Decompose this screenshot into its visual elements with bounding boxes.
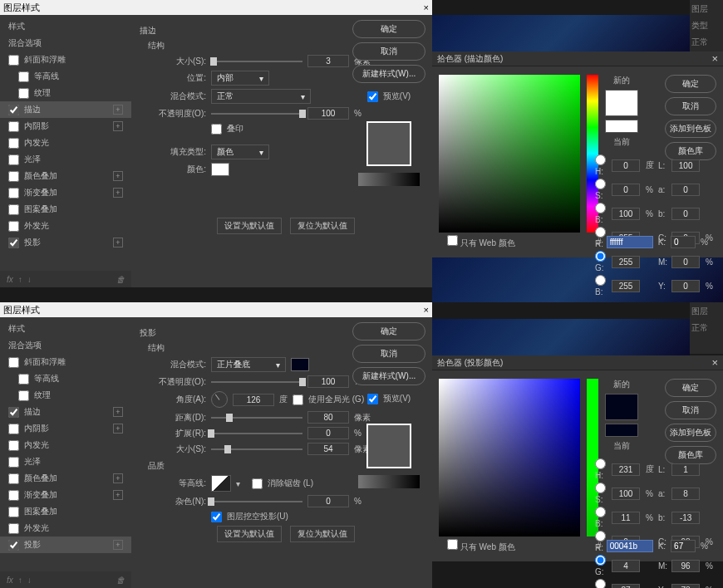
arrow-down-icon[interactable]: ↓ [27, 576, 32, 585]
close-icon[interactable]: × [711, 52, 718, 65]
effect-checkbox[interactable] [8, 105, 19, 115]
add-effect-icon[interactable]: + [113, 121, 123, 131]
distance-input[interactable] [307, 411, 349, 424]
effect-checkbox[interactable] [8, 523, 19, 534]
size-input[interactable] [307, 443, 349, 455]
k-input[interactable] [671, 236, 696, 248]
trash-icon[interactable]: 🗑 [116, 576, 125, 585]
s-radio[interactable] [595, 179, 606, 189]
cancel-button[interactable]: 取消 [665, 97, 716, 115]
antialias-checkbox[interactable] [252, 478, 263, 489]
distance-slider[interactable] [211, 417, 302, 419]
add-effect-icon[interactable]: + [113, 473, 123, 483]
add-effect-icon[interactable]: + [113, 188, 123, 198]
effect-checkbox[interactable] [18, 88, 29, 99]
fx-icon[interactable]: fx [7, 576, 13, 585]
lab-b-input[interactable] [671, 512, 700, 524]
trash-icon[interactable]: 🗑 [116, 275, 125, 284]
effect-checkbox[interactable] [8, 457, 19, 468]
add-swatch-button[interactable]: 添加到色板 [665, 120, 716, 138]
effect-checkbox[interactable] [8, 490, 19, 501]
cancel-button[interactable]: 取消 [665, 401, 716, 419]
effect-checkbox[interactable] [18, 390, 29, 401]
sidebar-item[interactable]: 等高线 [0, 68, 131, 85]
gradient-bar[interactable] [358, 173, 420, 186]
color-swatch[interactable] [211, 163, 229, 176]
fx-icon[interactable]: fx [7, 275, 13, 284]
sidebar-item[interactable]: 内阴影+ [0, 118, 131, 135]
b-input[interactable] [612, 208, 640, 220]
shadow-color-swatch[interactable] [291, 358, 309, 371]
layers-tab[interactable]: 图层 [691, 306, 721, 317]
add-effect-icon[interactable]: + [113, 105, 123, 115]
m-input[interactable] [671, 560, 700, 572]
b-radio[interactable] [595, 203, 606, 213]
opacity-slider[interactable] [211, 381, 302, 383]
close-icon[interactable]: × [711, 356, 718, 369]
contour-picker[interactable] [211, 475, 231, 492]
sv-area[interactable] [439, 379, 580, 537]
effect-checkbox[interactable] [8, 407, 19, 418]
y-input[interactable] [671, 280, 700, 292]
arrow-up-icon[interactable]: ↑ [18, 275, 22, 284]
ok-button[interactable]: 确定 [665, 379, 716, 397]
arrow-down-icon[interactable]: ↓ [27, 275, 32, 284]
sidebar-item[interactable]: 投影+ [0, 537, 131, 553]
current-color-swatch[interactable] [605, 424, 638, 437]
l-input[interactable] [671, 159, 700, 172]
h-input[interactable] [612, 159, 640, 172]
sidebar-item[interactable]: 投影+ [0, 234, 131, 251]
preview-checkbox[interactable] [367, 394, 378, 404]
add-effect-icon[interactable]: + [113, 540, 123, 550]
noise-input[interactable] [307, 495, 349, 507]
add-effect-icon[interactable]: + [113, 490, 123, 500]
set-default-button[interactable]: 设置为默认值 [217, 218, 282, 234]
effect-checkbox[interactable] [8, 55, 19, 66]
web-only-checkbox[interactable] [447, 539, 458, 550]
sidebar-item[interactable]: 外发光 [0, 218, 131, 234]
bb-input[interactable] [612, 584, 640, 589]
effect-checkbox[interactable] [8, 473, 19, 484]
ok-button[interactable]: 确定 [352, 20, 425, 38]
b-input[interactable] [612, 512, 640, 524]
effect-checkbox[interactable] [8, 424, 19, 434]
add-swatch-button[interactable]: 添加到色板 [665, 424, 716, 442]
blend-dropdown[interactable]: 正片叠底▾ [211, 357, 286, 372]
current-color-swatch[interactable] [605, 120, 638, 133]
sidebar-item[interactable]: 纹理 [0, 85, 131, 101]
angle-dial[interactable] [211, 391, 228, 408]
sidebar-item[interactable]: 光泽 [0, 453, 131, 470]
reset-default-button[interactable]: 复位为默认值 [290, 526, 355, 542]
effect-checkbox[interactable] [8, 507, 19, 517]
bb-input[interactable] [612, 280, 640, 292]
effect-checkbox[interactable] [8, 154, 19, 165]
add-effect-icon[interactable]: + [113, 238, 123, 247]
l-input[interactable] [671, 463, 700, 476]
sidebar-item[interactable]: 描边+ [0, 101, 131, 118]
effect-checkbox[interactable] [8, 171, 19, 182]
m-input[interactable] [671, 256, 700, 268]
s-input[interactable] [612, 488, 640, 500]
effect-checkbox[interactable] [8, 540, 19, 551]
sv-area[interactable] [439, 75, 580, 233]
k-input[interactable] [671, 540, 696, 552]
opacity-input[interactable] [307, 107, 349, 120]
sidebar-item[interactable]: 等高线 [0, 370, 131, 387]
effect-checkbox[interactable] [18, 71, 29, 82]
bb-radio[interactable] [595, 275, 606, 286]
add-effect-icon[interactable]: + [113, 424, 123, 434]
h-radio[interactable] [595, 458, 606, 469]
s-input[interactable] [612, 184, 640, 196]
sidebar-item[interactable]: 图案叠加 [0, 503, 131, 520]
sidebar-item[interactable]: 内阴影+ [0, 420, 131, 437]
sidebar-item[interactable]: 内发光 [0, 437, 131, 453]
size-slider[interactable] [211, 448, 302, 450]
b-radio[interactable] [595, 507, 606, 517]
sidebar-item[interactable]: 颜色叠加+ [0, 168, 131, 184]
blend-options[interactable]: 混合选项 [0, 337, 131, 354]
sidebar-item[interactable]: 渐变叠加+ [0, 184, 131, 201]
opacity-input[interactable] [307, 375, 349, 388]
effect-checkbox[interactable] [8, 221, 19, 232]
size-slider[interactable] [211, 61, 302, 62]
size-input[interactable] [307, 55, 349, 67]
